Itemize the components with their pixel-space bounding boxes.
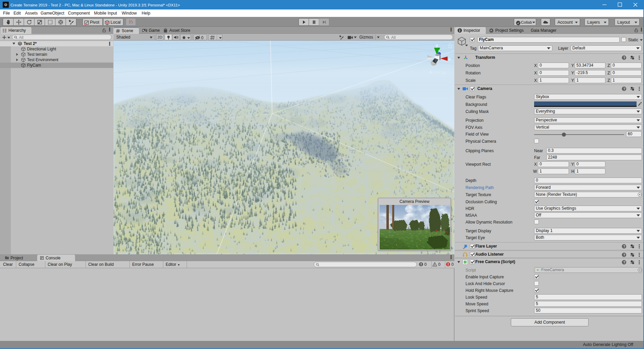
svg-text:?: ?	[623, 56, 625, 60]
svg-text:x: x	[449, 57, 451, 62]
svg-text:?: ?	[623, 87, 625, 91]
svg-text:Persp: Persp	[434, 70, 446, 75]
svg-text:?: ?	[623, 245, 625, 249]
svg-text:?: ?	[623, 261, 625, 264]
svg-text:y: y	[436, 43, 438, 48]
svg-text:?: ?	[623, 253, 625, 257]
